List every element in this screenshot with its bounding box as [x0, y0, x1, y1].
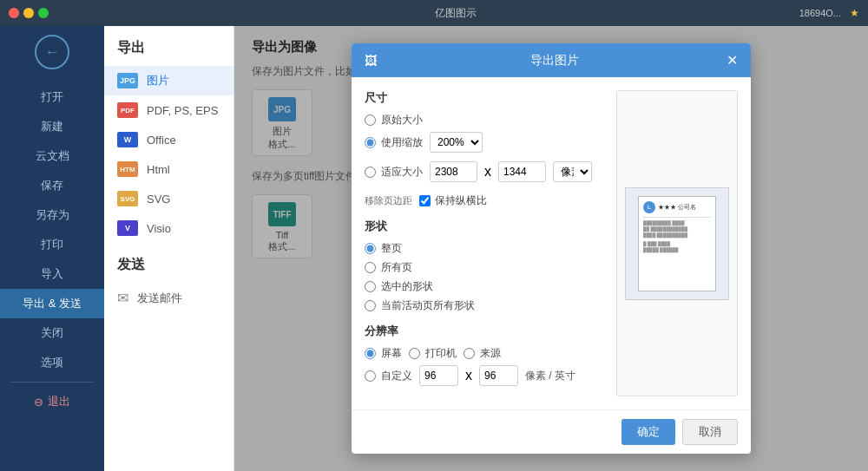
- size-scale-radio[interactable]: [365, 137, 376, 148]
- dialog-body: 尺寸 原始大小: [352, 77, 751, 409]
- svg-icon: SVG: [117, 191, 138, 206]
- size-options-row: 移除页边距 保持纵横比: [365, 193, 595, 208]
- sidebar-item-save[interactable]: 保存: [0, 171, 104, 200]
- fit-height-input[interactable]: [498, 161, 546, 182]
- exit-icon: ⊖: [34, 396, 43, 409]
- size-radio-group: 原始大小 使用缩放 200%: [365, 113, 595, 208]
- sidebar-item-exit[interactable]: ⊖ 退出: [0, 387, 104, 416]
- size-section-title: 尺寸: [365, 90, 595, 106]
- app-window: 亿图图示 18694O... ★ ← 打开 新建 云文档 保存 另存为 打印 导…: [0, 0, 868, 471]
- shape-selected-radio[interactable]: [365, 281, 376, 292]
- html-icon: HTM: [117, 161, 138, 177]
- export-content-panel: 导出为图像 保存为图片文件，比如BMP，JPEG，PNG，GIF格式。 JPG …: [234, 26, 868, 471]
- res-printer-option[interactable]: 打印机: [409, 346, 457, 361]
- sidebar-item-export[interactable]: 导出 & 发送: [0, 289, 104, 318]
- left-menu-item-pdf[interactable]: PDF PDF, PS, EPS: [104, 95, 233, 125]
- resolution-options-row: 屏幕 打印机 来源: [365, 346, 595, 361]
- dialog-icon: 🖼: [365, 54, 377, 68]
- dialog-footer: 确定 取消: [352, 409, 751, 454]
- confirm-button[interactable]: 确定: [621, 419, 675, 445]
- sidebar-item-new[interactable]: 新建: [0, 112, 104, 141]
- left-menu-item-visio[interactable]: V Visio: [104, 213, 233, 243]
- left-menu-send-title: 发送: [104, 256, 233, 283]
- star-icon: ★: [850, 7, 859, 19]
- word-icon: W: [117, 132, 138, 147]
- resolution-section: 分辨率 屏幕: [365, 324, 595, 386]
- left-menu-item-office[interactable]: W Office: [104, 125, 233, 154]
- shape-radio-group: 整页 所有页 选中的形状: [365, 241, 595, 313]
- keep-ratio-checkbox[interactable]: 保持纵横比: [419, 193, 487, 208]
- sidebar-item-cloud[interactable]: 云文档: [0, 141, 104, 171]
- sidebar-divider: [10, 382, 94, 383]
- minimize-btn[interactable]: [23, 8, 34, 18]
- shape-selected-option[interactable]: 选中的形状: [365, 279, 595, 294]
- res-custom-h-input[interactable]: [479, 365, 518, 386]
- pdf-icon: PDF: [117, 102, 138, 118]
- left-menu-item-jpg[interactable]: JPG 图片: [104, 66, 233, 95]
- res-screen-option[interactable]: 屏幕: [365, 346, 402, 361]
- fit-unit-select[interactable]: 像素: [553, 161, 592, 182]
- left-menu-item-html[interactable]: HTM Html: [104, 154, 233, 184]
- res-unit-label: 像素 / 英寸: [525, 369, 575, 383]
- dialog-title: 导出图片: [530, 53, 579, 69]
- dialog-close-button[interactable]: ✕: [727, 52, 738, 69]
- dialog-left-col: 尺寸 原始大小: [365, 90, 595, 396]
- res-source-option[interactable]: 来源: [464, 346, 501, 361]
- dialog-header: 🖼 导出图片 ✕: [352, 43, 751, 77]
- shape-section: 形状 整页 所有页: [365, 219, 595, 313]
- size-fit-row: 适应大小 x 像素: [365, 161, 595, 182]
- shape-page-radio[interactable]: [365, 243, 376, 254]
- size-fit-option[interactable]: 适应大小: [365, 165, 423, 180]
- preview-box: L ★★★ 公司名 █████████ ████ ██ ████████████…: [616, 90, 738, 396]
- sidebar: ← 打开 新建 云文档 保存 另存为 打印 导入 导出 & 发送 关闭 选项 ⊖…: [0, 26, 104, 471]
- resolution-section-title: 分辨率: [365, 324, 595, 339]
- back-button[interactable]: ←: [35, 35, 69, 69]
- cancel-button[interactable]: 取消: [682, 419, 738, 445]
- shape-page-option[interactable]: 整页: [365, 241, 595, 256]
- sidebar-item-close[interactable]: 关闭: [0, 318, 104, 348]
- left-menu-export-title: 导出: [104, 39, 233, 66]
- size-original-radio[interactable]: [365, 114, 376, 126]
- remove-padding-link[interactable]: 移除页边距: [365, 194, 412, 207]
- fit-width-input[interactable]: [430, 161, 477, 182]
- left-menu-panel: 导出 JPG 图片 PDF PDF, PS, EPS W Office HTM …: [104, 26, 234, 471]
- title-bar-right: 18694O... ★: [799, 7, 859, 19]
- left-menu-item-svg[interactable]: SVG SVG: [104, 184, 233, 213]
- sidebar-item-open[interactable]: 打开: [0, 82, 104, 112]
- close-window-btn[interactable]: [9, 8, 19, 18]
- sidebar-item-import[interactable]: 导入: [0, 259, 104, 289]
- maximize-btn[interactable]: [38, 8, 49, 18]
- size-scale-row: 使用缩放 200% 100% 150%: [365, 132, 595, 153]
- app-title: 亿图图示: [113, 6, 799, 21]
- sidebar-item-options[interactable]: 选项: [0, 348, 104, 377]
- email-icon: ✉: [117, 290, 128, 306]
- res-custom-option[interactable]: 自定义: [365, 369, 412, 383]
- size-fit-radio[interactable]: [365, 167, 376, 178]
- title-bar: 亿图图示 18694O... ★: [0, 0, 868, 26]
- shape-current-option[interactable]: 当前活动页所有形状: [365, 298, 595, 313]
- sidebar-item-saveas[interactable]: 另存为: [0, 200, 104, 230]
- sidebar-item-print[interactable]: 打印: [0, 230, 104, 259]
- size-original-option[interactable]: 原始大小: [365, 113, 595, 128]
- left-menu-item-email[interactable]: ✉ 发送邮件: [104, 283, 233, 313]
- jpg-icon: JPG: [117, 73, 138, 88]
- shape-all-radio[interactable]: [365, 262, 376, 273]
- notification-badge: 18694O...: [799, 8, 841, 18]
- visio-icon: V: [117, 220, 138, 236]
- shape-current-radio[interactable]: [365, 300, 376, 311]
- dialog-overlay: 🖼 导出图片 ✕ 尺寸: [234, 26, 868, 471]
- size-scale-option[interactable]: 使用缩放: [365, 135, 423, 150]
- size-section: 尺寸 原始大小: [365, 90, 595, 208]
- shape-section-title: 形状: [365, 219, 595, 234]
- resolution-custom-row: 自定义 x 像素 / 英寸: [365, 365, 595, 386]
- scale-select[interactable]: 200% 100% 150%: [430, 132, 483, 153]
- shape-all-option[interactable]: 所有页: [365, 260, 595, 275]
- app-body: ← 打开 新建 云文档 保存 另存为 打印 导入 导出 & 发送 关闭 选项 ⊖…: [0, 26, 868, 471]
- preview-content: L ★★★ 公司名 █████████ ████ ██ ████████████…: [625, 187, 729, 300]
- res-custom-w-input[interactable]: [419, 365, 458, 386]
- dialog-main-row: 尺寸 原始大小: [365, 90, 738, 396]
- export-dialog: 🖼 导出图片 ✕ 尺寸: [352, 43, 751, 454]
- resolution-radio-group: 屏幕 打印机 来源: [365, 346, 595, 386]
